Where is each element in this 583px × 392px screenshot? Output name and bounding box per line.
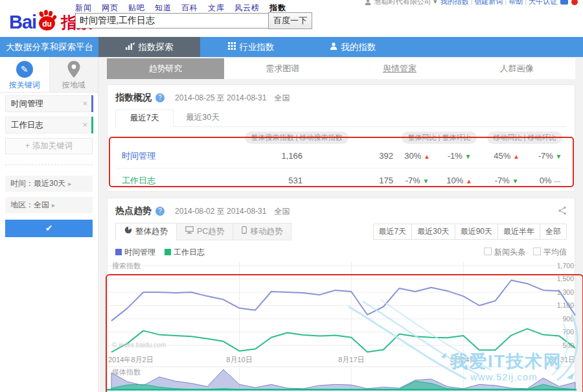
- mobile-mom: -7% ▼: [532, 151, 568, 161]
- x-axis-label: 8月24日: [450, 355, 476, 365]
- x-axis-label: 8月17日: [338, 355, 364, 365]
- overall-yoy: -7% ▼: [397, 176, 437, 185]
- confirm-button[interactable]: ✔: [5, 220, 93, 237]
- add-keyword-button[interactable]: + 添加关键词: [5, 138, 93, 154]
- logo-bai-text: Bai: [9, 12, 36, 32]
- main-nav-tab-我的指数[interactable]: 我的指数: [302, 37, 404, 57]
- svg-text:du: du: [42, 19, 52, 29]
- share-icon[interactable]: [558, 206, 567, 217]
- overall-index-value: 531: [196, 176, 306, 185]
- research-tab-需求图谱[interactable]: 需求图谱: [224, 58, 341, 79]
- trend-tab-PC趋势[interactable]: PC趋势: [176, 223, 233, 240]
- mode-tab-label: 按地域: [50, 80, 98, 91]
- account-link[interactable]: 创建新词: [474, 0, 503, 5]
- close-icon[interactable]: ×: [82, 117, 87, 133]
- column-header-pill: 整体搜索指数 | 移动搜索指数: [245, 132, 349, 144]
- help-icon[interactable]: ?: [155, 93, 165, 102]
- x-axis-label: 8月10日: [226, 355, 252, 365]
- table-row: 工作日志531175-7% ▼10% ▲-7% ▼0% —: [115, 168, 567, 192]
- mobile-index-value: 175: [306, 176, 397, 185]
- platform-slogan: 大数据分享和探索平台: [0, 37, 98, 57]
- top-nav-link[interactable]: 网页: [102, 3, 119, 14]
- region-filter[interactable]: 地区：全国: [5, 197, 93, 213]
- top-nav-link[interactable]: 百科: [181, 3, 198, 14]
- top-nav-link[interactable]: 文库: [208, 3, 225, 14]
- keyword-link[interactable]: 时间管理: [115, 150, 196, 162]
- x-axis-label: 8月31日: [549, 355, 575, 365]
- top-nav-link[interactable]: 风云榜: [234, 3, 260, 14]
- trend-tab-移动趋势[interactable]: 移动趋势: [233, 223, 292, 240]
- checkbox-新闻头条[interactable]: 新闻头条: [484, 247, 525, 258]
- range-button-最近7天[interactable]: 最近7天: [373, 224, 413, 240]
- research-tab-舆情管家[interactable]: 舆情管家: [341, 58, 459, 79]
- time-filter[interactable]: 时间：最近30天: [5, 176, 93, 192]
- checkbox-label: 平均值: [543, 248, 567, 257]
- table-row: 时间管理1,16639230% ▲-1% ▼45% ▲-7% ▼: [115, 144, 567, 168]
- trend-chart-svg: 1,7001,5001,3001,100900700500: [107, 259, 577, 392]
- trend-tab-label: 移动趋势: [250, 224, 282, 240]
- search-input[interactable]: [75, 13, 272, 29]
- range-button-全部[interactable]: 全部: [540, 224, 567, 240]
- top-nav-links: 新闻网页贴吧知道百科文库风云榜指数: [75, 3, 286, 14]
- account-link[interactable]: 帮助: [509, 0, 523, 5]
- trend-tab-label: PC趋势: [197, 224, 224, 240]
- checkbox-平均值[interactable]: 平均值: [533, 247, 567, 258]
- keyword-item[interactable]: 时间管理×: [5, 95, 93, 112]
- overview-table: 时间管理1,16639230% ▲-1% ▼45% ▲-7% ▼工作日志5311…: [115, 144, 567, 192]
- help-icon[interactable]: ?: [155, 207, 165, 216]
- range-button-最近半年[interactable]: 最近半年: [497, 224, 540, 240]
- mobile-yoy: 45% ▲: [481, 151, 532, 161]
- account-link[interactable]: 大牛认证: [529, 0, 557, 5]
- legend-item: 工作日志: [165, 248, 205, 257]
- legend-label: 工作日志: [174, 248, 205, 257]
- mode-tab-按关键词[interactable]: ✎按关键词: [0, 57, 49, 92]
- index-overview-card: 指数概况 ? 2014-08-25 至 2014-08-31 全国 最近7天最近…: [107, 84, 575, 192]
- keyword-color-bar: [91, 117, 93, 133]
- research-tab-趋势研究[interactable]: 趋势研究: [107, 58, 224, 79]
- keyword-item[interactable]: 工作日志×: [5, 117, 93, 133]
- range-button-最近30天[interactable]: 最近30天: [411, 224, 455, 240]
- top-nav-link[interactable]: 贴吧: [128, 3, 145, 14]
- top-nav-link[interactable]: 知道: [155, 3, 172, 14]
- keyword-label: 时间管理: [11, 99, 43, 108]
- keyword-link[interactable]: 工作日志: [115, 175, 196, 187]
- pie-icon: [124, 224, 132, 240]
- main-nav-tab-指数探索[interactable]: 指数探索: [98, 37, 200, 57]
- overall-yoy: 30% ▲: [397, 151, 437, 161]
- mode-tab-label: 按关键词: [0, 80, 49, 91]
- overview-region: 全国: [274, 93, 290, 104]
- svg-text:1,500: 1,500: [557, 275, 574, 282]
- mobile-yoy: -7% ▼: [481, 176, 532, 185]
- trend-tab-label: 整体趋势: [135, 224, 168, 240]
- account-links[interactable]: 我的指数|创建新词|帮助|大牛认证: [440, 0, 557, 6]
- chart-credit: © index.baidu.com: [112, 341, 166, 349]
- person-icon: [330, 42, 337, 52]
- account-user[interactable]: 慧聪时代有限公司 ▾: [374, 0, 437, 6]
- keyword-list: 时间管理×工作日志×: [0, 93, 98, 133]
- main-nav-tab-行业指数[interactable]: 行业指数: [200, 37, 302, 57]
- search-button[interactable]: 百度一下: [268, 12, 312, 29]
- mode-tab-按地域[interactable]: 按地域: [49, 57, 98, 92]
- x-axis-label: 2014年8月2日: [108, 355, 154, 365]
- sidebar: ✎按关键词按地域 时间管理×工作日志× + 添加关键词 时间：最近30天 地区：…: [0, 57, 98, 392]
- separator: |: [525, 0, 527, 5]
- close-icon[interactable]: ×: [82, 96, 87, 111]
- research-tab-人群画像[interactable]: 人群画像: [458, 58, 575, 79]
- range-button-最近90天[interactable]: 最近90天: [455, 224, 498, 240]
- period-tab-最近30天[interactable]: 最近30天: [174, 110, 232, 126]
- phone-icon: [242, 224, 247, 240]
- overall-mom: -1% ▼: [437, 151, 481, 161]
- account-bar[interactable]: 慧聪时代有限公司 ▾ 我的指数|创建新词|帮助|大牛认证: [365, 0, 578, 6]
- overall-index-value: 1,166: [196, 151, 306, 161]
- svg-text:900: 900: [562, 315, 574, 323]
- legend-swatch: [165, 249, 171, 255]
- period-tab-最近7天[interactable]: 最近7天: [115, 110, 174, 127]
- time-range-buttons: 最近7天最近30天最近90天最近半年全部: [374, 224, 567, 240]
- separator: |: [505, 0, 507, 5]
- mobile-index-value: 392: [306, 151, 397, 161]
- monitor-icon: [185, 224, 194, 240]
- account-link[interactable]: 我的指数: [440, 0, 468, 5]
- trend-tab-整体趋势[interactable]: 整体趋势: [115, 223, 177, 240]
- checkbox-box: [533, 248, 541, 255]
- person-icon: [365, 0, 371, 5]
